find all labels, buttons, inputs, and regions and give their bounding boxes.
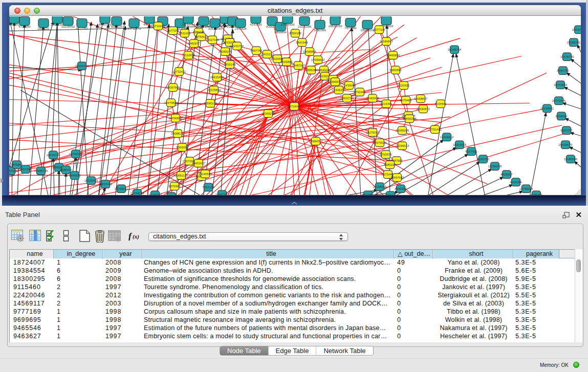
svg-text:5682115: 5682115 xyxy=(111,25,123,28)
svg-text:9217207: 9217207 xyxy=(76,27,88,30)
svg-text:19085076: 19085076 xyxy=(219,50,232,53)
svg-text:10334531: 10334531 xyxy=(540,107,554,110)
svg-text:15076749: 15076749 xyxy=(560,55,574,58)
svg-text:8079409: 8079409 xyxy=(400,99,412,102)
svg-text:6742460: 6742460 xyxy=(354,91,366,94)
svg-text:4429607: 4429607 xyxy=(500,173,513,176)
svg-text:20615450: 20615450 xyxy=(210,76,224,79)
svg-text:24549181: 24549181 xyxy=(317,69,331,72)
svg-text:24641507: 24641507 xyxy=(215,193,229,195)
svg-text:4735650: 4735650 xyxy=(18,25,31,28)
svg-text:19832259: 19832259 xyxy=(329,25,342,28)
svg-text:18096865: 18096865 xyxy=(303,50,317,53)
svg-text:16415740: 16415740 xyxy=(47,154,60,157)
svg-text:16510878: 16510878 xyxy=(182,54,195,57)
svg-text:12294238: 12294238 xyxy=(488,165,502,168)
svg-text:13421212: 13421212 xyxy=(260,53,274,56)
svg-text:9214491: 9214491 xyxy=(380,102,393,105)
svg-text:21754078: 21754078 xyxy=(130,192,144,195)
svg-text:11881122: 11881122 xyxy=(175,174,188,177)
svg-text:(x): (x) xyxy=(133,233,139,240)
svg-text:13701506: 13701506 xyxy=(69,152,83,156)
svg-text:8029889: 8029889 xyxy=(280,60,293,63)
svg-text:10057945: 10057945 xyxy=(166,86,180,89)
svg-text:19299464: 19299464 xyxy=(182,23,195,26)
svg-text:4143890: 4143890 xyxy=(250,23,262,26)
svg-text:3333883: 3333883 xyxy=(362,193,374,195)
svg-text:21439044: 21439044 xyxy=(342,84,356,87)
svg-text:12416912: 12416912 xyxy=(440,136,454,139)
svg-text:2876966: 2876966 xyxy=(168,185,181,188)
svg-text:15300235: 15300235 xyxy=(262,112,275,115)
svg-text:9958289: 9958289 xyxy=(305,69,317,72)
svg-text:25025631: 25025631 xyxy=(361,29,375,32)
svg-text:3677374: 3677374 xyxy=(167,29,179,32)
svg-text:10323815: 10323815 xyxy=(453,143,467,146)
svg-text:24425670: 24425670 xyxy=(559,143,573,146)
svg-text:19523409: 19523409 xyxy=(84,179,98,182)
svg-text:6217026: 6217026 xyxy=(465,150,477,153)
svg-text:6482877: 6482877 xyxy=(188,42,200,45)
svg-text:17956909: 17956909 xyxy=(281,23,295,26)
svg-text:23188315: 23188315 xyxy=(373,185,387,188)
svg-text:10327246: 10327246 xyxy=(206,38,220,41)
svg-text:14275203: 14275203 xyxy=(366,131,380,134)
svg-text:17751421: 17751421 xyxy=(428,128,442,131)
svg-text:22093651: 22093651 xyxy=(115,187,128,190)
svg-text:16648764: 16648764 xyxy=(448,48,462,51)
svg-text:1999828: 1999828 xyxy=(234,27,247,30)
svg-text:7452134: 7452134 xyxy=(202,186,214,189)
svg-text:1890399: 1890399 xyxy=(314,29,326,32)
svg-text:2457954: 2457954 xyxy=(19,168,32,171)
svg-text:8489709: 8489709 xyxy=(99,23,111,26)
svg-text:5641643: 5641643 xyxy=(296,41,308,44)
svg-text:13748244: 13748244 xyxy=(519,187,533,190)
svg-text:19836388: 19836388 xyxy=(403,117,417,120)
svg-text:23487347: 23487347 xyxy=(292,64,306,67)
svg-text:6457765: 6457765 xyxy=(250,49,263,52)
svg-text:5188470: 5188470 xyxy=(60,168,72,171)
svg-text:f: f xyxy=(128,231,133,240)
svg-text:3220921: 3220921 xyxy=(398,84,410,87)
svg-text:25485735: 25485735 xyxy=(34,169,48,172)
svg-text:8359183: 8359183 xyxy=(289,32,301,35)
svg-text:25465435: 25465435 xyxy=(366,97,380,100)
svg-text:2537611: 2537611 xyxy=(385,194,397,195)
svg-text:14401657: 14401657 xyxy=(192,162,206,165)
svg-text:8811165: 8811165 xyxy=(179,32,191,35)
svg-text:16072954: 16072954 xyxy=(554,83,568,86)
svg-text:8369062: 8369062 xyxy=(176,146,188,149)
svg-text:6357277: 6357277 xyxy=(560,129,573,132)
svg-text:13732411: 13732411 xyxy=(172,70,186,73)
svg-text:25711873: 25711873 xyxy=(127,27,141,30)
svg-text:10837430: 10837430 xyxy=(99,183,113,186)
svg-text:15180586: 15180586 xyxy=(564,158,578,161)
svg-text:3644095: 3644095 xyxy=(69,174,81,177)
svg-text:13146585: 13146585 xyxy=(199,172,212,176)
svg-text:19688132: 19688132 xyxy=(171,132,185,135)
svg-text:7671884: 7671884 xyxy=(344,27,357,30)
svg-text:8806804: 8806804 xyxy=(274,31,287,34)
svg-text:5685216: 5685216 xyxy=(384,163,396,166)
svg-text:8646997: 8646997 xyxy=(395,187,407,190)
svg-text:26053346: 26053346 xyxy=(75,64,89,68)
svg-text:11558837: 11558837 xyxy=(414,97,428,100)
svg-text:11584847: 11584847 xyxy=(380,40,394,43)
svg-text:15375853: 15375853 xyxy=(207,89,221,92)
svg-text:18724007: 18724007 xyxy=(288,105,301,108)
svg-text:20772475: 20772475 xyxy=(552,99,566,102)
svg-text:25089205: 25089205 xyxy=(396,129,409,132)
svg-text:14460856: 14460856 xyxy=(386,54,400,57)
svg-text:13134457: 13134457 xyxy=(148,193,162,195)
svg-text:9875847: 9875847 xyxy=(11,163,23,166)
svg-text:20580115: 20580115 xyxy=(204,102,217,105)
svg-text:8134562: 8134562 xyxy=(434,102,447,105)
svg-text:22992872: 22992872 xyxy=(417,107,430,111)
svg-text:24090883: 24090883 xyxy=(169,117,183,120)
svg-text:16396513: 16396513 xyxy=(396,144,409,147)
svg-text:9816145: 9816145 xyxy=(224,63,236,66)
svg-text:9983893: 9983893 xyxy=(389,69,402,72)
svg-text:25997682: 25997682 xyxy=(390,176,404,179)
svg-text:22474828: 22474828 xyxy=(164,101,178,104)
svg-text:18922760: 18922760 xyxy=(340,97,354,100)
